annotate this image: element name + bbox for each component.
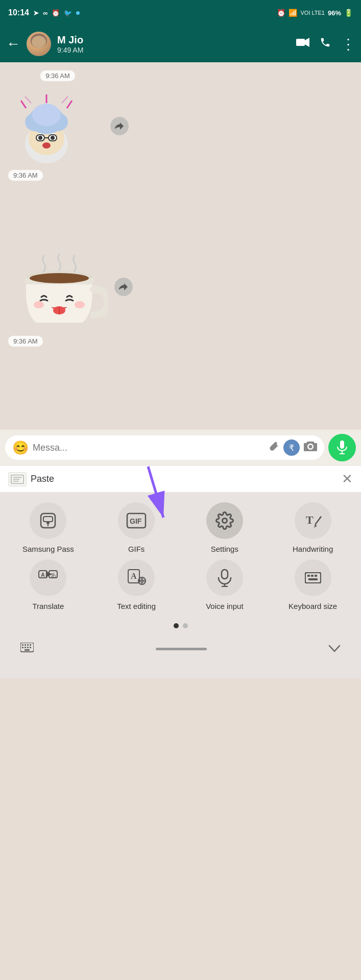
keyboard-item-voice-input[interactable]: Voice input (185, 559, 265, 611)
svg-point-23 (30, 273, 89, 283)
wifi-icon: 📶 (288, 9, 297, 17)
more-options-icon[interactable]: ⋮ (341, 36, 355, 53)
battery-icon: 🔋 (344, 9, 353, 17)
svg-marker-63 (143, 579, 145, 582)
keyboard-item-handwriting[interactable]: T Handwriting (273, 502, 353, 554)
svg-text:T: T (306, 513, 314, 526)
purple-arrow (133, 461, 184, 528)
forward-button-1[interactable] (110, 117, 129, 135)
text-editing-icon: A (118, 559, 155, 596)
svg-rect-68 (307, 575, 310, 577)
paste-left: Paste (8, 472, 54, 486)
voice-input-label: Voice input (206, 601, 243, 611)
bird-icon: 🐦 (64, 9, 72, 17)
attach-icon[interactable] (268, 440, 279, 455)
svg-point-40 (46, 521, 50, 524)
svg-rect-0 (296, 39, 305, 46)
voice-input-icon (206, 559, 243, 596)
keyboard-size-icon (295, 559, 331, 596)
chat-header: ← M Jio 9:49 AM ⋮ (0, 26, 361, 62)
battery-text: 96% (328, 9, 341, 17)
payment-icon[interactable]: ₹ (283, 439, 300, 456)
svg-marker-47 (314, 525, 317, 528)
keyboard-item-text-editing[interactable]: A Text editing (97, 559, 177, 611)
settings-label: Settings (211, 544, 238, 554)
status-left: 10:14 ➤ ∞ ⏰ 🐦 (8, 8, 80, 17)
svg-point-24 (34, 301, 44, 308)
paste-label[interactable]: Paste (31, 474, 54, 484)
gifs-label: GIFs (128, 544, 145, 554)
svg-point-28 (309, 445, 312, 449)
keyboard-item-keyboard-size[interactable]: Keyboard size (273, 559, 353, 611)
svg-rect-71 (308, 578, 318, 580)
message-input[interactable] (33, 443, 264, 453)
handwriting-label: Handwriting (293, 544, 333, 554)
svg-rect-67 (305, 573, 321, 583)
notification-dot (76, 11, 80, 15)
chat-area: 9:36 AM (0, 62, 361, 430)
page-dot-1[interactable] (174, 623, 179, 628)
samsung-pass-label: Samsung Pass (22, 544, 74, 554)
contact-name: M Jio (57, 34, 290, 46)
keyboard-item-translate[interactable]: A あ Translate (8, 559, 88, 611)
svg-rect-75 (27, 644, 29, 646)
svg-rect-69 (311, 575, 314, 577)
svg-rect-64 (222, 570, 228, 579)
forward-button-2[interactable] (114, 278, 133, 296)
message-input-wrapper: 😊 ₹ (5, 435, 324, 460)
sticker-brain (8, 85, 85, 167)
timestamp-1: 9:36 AM (40, 70, 75, 81)
svg-rect-79 (27, 647, 29, 648)
svg-rect-70 (315, 575, 317, 577)
svg-rect-39 (43, 517, 53, 522)
infinity-icon: ∞ (43, 9, 47, 17)
contact-info: M Jio 9:49 AM (57, 34, 290, 54)
contact-status: 9:49 AM (57, 46, 290, 54)
svg-line-20 (25, 96, 31, 103)
handwriting-icon: T (295, 502, 331, 539)
bottom-bar (8, 636, 353, 663)
svg-rect-74 (25, 644, 26, 646)
video-call-icon[interactable] (296, 37, 309, 51)
svg-rect-29 (340, 440, 344, 449)
keyboard-item-settings[interactable]: Settings (185, 502, 265, 554)
paste-preview-icon (8, 472, 27, 486)
svg-text:A: A (41, 572, 45, 578)
svg-rect-77 (22, 647, 23, 648)
mic-button[interactable] (328, 434, 356, 461)
svg-point-12 (42, 142, 51, 149)
message-container-2: 9:36 AM (8, 241, 133, 347)
chevron-down-icon[interactable] (328, 642, 341, 656)
signal-text: VOI LTE1 (300, 10, 324, 16)
camera-icon[interactable] (304, 440, 317, 455)
svg-rect-76 (30, 644, 31, 646)
svg-point-25 (75, 301, 85, 308)
alarm-icon: ⏰ (52, 9, 60, 17)
back-button[interactable]: ← (6, 36, 20, 52)
svg-line-17 (21, 101, 26, 108)
translate-icon: A あ (30, 559, 66, 596)
alarm-status-icon: ⏰ (277, 9, 285, 17)
keyboard-item-samsung-pass[interactable]: Samsung Pass (8, 502, 88, 554)
page-dot-2[interactable] (183, 623, 188, 628)
svg-line-21 (62, 96, 68, 103)
text-editing-label: Text editing (117, 601, 156, 611)
sticker-coffee (8, 241, 110, 333)
svg-point-44 (222, 519, 227, 523)
message-container-1: 9:36 AM (8, 70, 107, 181)
input-bar: 😊 ₹ (0, 430, 361, 465)
keyboard-toggle-icon[interactable] (20, 642, 34, 656)
svg-line-37 (148, 467, 163, 518)
sticker-wrap-1 (8, 85, 107, 167)
svg-line-19 (67, 101, 72, 108)
close-paste-button[interactable]: ✕ (342, 471, 353, 487)
svg-point-8 (51, 136, 55, 140)
status-right: ⏰ 📶 VOI LTE1 96% 🔋 (277, 9, 353, 17)
location-icon: ➤ (33, 9, 39, 17)
samsung-pass-icon (30, 502, 66, 539)
svg-marker-60 (140, 578, 143, 579)
voice-call-icon[interactable] (320, 37, 331, 51)
emoji-picker-icon[interactable]: 😊 (12, 440, 29, 456)
contact-avatar[interactable] (27, 32, 51, 56)
svg-text:A: A (131, 572, 137, 580)
